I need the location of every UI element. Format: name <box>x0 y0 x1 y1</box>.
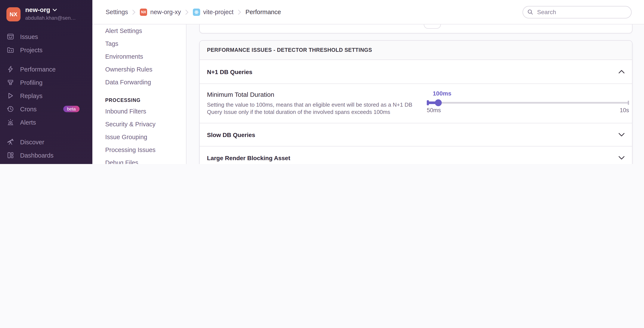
settings-nav-item-tags[interactable]: Tags <box>92 37 186 50</box>
slider-thumb[interactable] <box>435 99 442 106</box>
setting-label: Minimum Total Duration <box>207 91 423 98</box>
primary-sidebar: NX new-org abdullah.khan@sen… Issues Pro… <box>0 0 92 164</box>
n1-db-queries-settings: Minimum Total Duration Setting the value… <box>200 84 632 123</box>
settings-nav-item-inbound-filters[interactable]: Inbound Filters <box>92 105 186 118</box>
sidebar-item-alerts[interactable]: Alerts <box>0 116 92 129</box>
settings-nav-item-debug-files[interactable]: Debug Files <box>92 156 186 164</box>
sidebar-item-label: Performance <box>20 66 56 73</box>
settings-nav-item-ownership-rules[interactable]: Ownership Rules <box>92 63 186 76</box>
sidebar-item-crons[interactable]: Crons beta <box>0 102 92 116</box>
sidebar-item-profiling[interactable]: Profiling <box>0 76 92 89</box>
org-email: abdullah.khan@sen… <box>25 15 76 21</box>
issues-icon <box>7 33 14 40</box>
chevron-down-icon <box>618 133 625 137</box>
duration-slider: 100ms 50ms 10s <box>427 84 629 123</box>
accordion-title: Large Render Blocking Asset <box>207 154 290 161</box>
breadcrumb-current: Performance <box>246 9 281 16</box>
slider-start-cap <box>427 100 429 105</box>
settings-nav-item-processing-issues[interactable]: Processing Issues <box>92 143 186 156</box>
search-input[interactable] <box>536 8 627 16</box>
chevron-right-icon <box>185 9 188 15</box>
org-avatar: NX <box>6 7 20 22</box>
accordion-row-slow-db-queries[interactable]: Slow DB Queries <box>200 123 632 146</box>
beta-badge: beta <box>63 106 80 112</box>
sidebar-item-label: Crons <box>20 106 36 112</box>
settings-nav-item-alert-settings[interactable]: Alert Settings <box>92 24 186 37</box>
settings-nav-header-processing: PROCESSING <box>92 95 186 105</box>
sidebar-item-label: Profiling <box>20 79 42 86</box>
sidebar-item-replays[interactable]: Replays <box>0 89 92 102</box>
breadcrumb-settings[interactable]: Settings <box>106 9 128 16</box>
chevron-right-icon <box>132 9 136 15</box>
sidebar-item-label: Dashboards <box>20 152 54 159</box>
panel-header: PERFORMANCE ISSUES - DETECTOR THRESHOLD … <box>200 41 632 60</box>
search-icon <box>527 9 533 15</box>
chevron-down-icon <box>618 156 625 160</box>
settings-nav: Alert Settings Tags Environments Ownersh… <box>92 24 186 164</box>
sidebar-group-explore: Discover Dashboards Releases User Feedba… <box>0 135 92 164</box>
sidebar-item-label: Replays <box>20 92 42 99</box>
breadcrumb-project-label: vite-project <box>203 9 234 16</box>
settings-nav-item-security-privacy[interactable]: Security & Privacy <box>92 118 186 131</box>
org-switcher[interactable]: NX new-org abdullah.khan@sen… <box>0 0 92 22</box>
sidebar-item-discover[interactable]: Discover <box>0 135 92 148</box>
alerts-icon <box>7 119 14 126</box>
chevron-up-icon <box>618 70 625 74</box>
slider-max-label: 10s <box>620 107 629 113</box>
sidebar-group-main: Issues Projects <box>0 30 92 57</box>
slider-value: 100ms <box>433 90 451 97</box>
accordion-title: N+1 DB Queries <box>207 68 252 75</box>
breadcrumb-project[interactable]: vite-project <box>193 8 234 16</box>
search-box[interactable] <box>522 6 632 18</box>
settings-nav-item-data-forwarding[interactable]: Data Forwarding <box>92 76 186 89</box>
sidebar-item-performance[interactable]: Performance <box>0 63 92 76</box>
profiling-icon <box>7 79 14 86</box>
scrolled-panel-partial <box>199 24 632 33</box>
projects-icon <box>7 46 14 54</box>
sidebar-item-issues[interactable]: Issues <box>0 30 92 43</box>
performance-icon <box>7 66 14 73</box>
sidebar-group-monitoring: Performance Profiling Replays Crons beta… <box>0 63 92 129</box>
accordion-row-n1-db-queries[interactable]: N+1 DB Queries <box>200 60 632 84</box>
dashboards-icon <box>7 151 14 159</box>
slider-min-label: 50ms <box>427 107 441 113</box>
breadcrumb-bar: Settings NX new-org-xy vite-project <box>92 0 644 24</box>
panel-collapse-notch[interactable] <box>424 24 441 29</box>
org-badge: NX <box>140 8 147 16</box>
accordion-title: Slow DB Queries <box>207 131 255 138</box>
settings-nav-item-environments[interactable]: Environments <box>92 50 186 63</box>
sidebar-item-label: Issues <box>20 33 38 40</box>
sidebar-item-dashboards[interactable]: Dashboards <box>0 148 92 162</box>
chevron-down-icon <box>53 9 57 12</box>
sidebar-item-projects[interactable]: Projects <box>0 43 92 57</box>
sidebar-item-label: Discover <box>20 138 44 145</box>
slider-end-cap <box>628 101 629 105</box>
breadcrumb-org-label: new-org-xy <box>150 9 181 16</box>
slider-track[interactable] <box>427 102 629 104</box>
chevron-right-icon <box>238 9 241 15</box>
crons-icon <box>7 105 14 113</box>
org-name: new-org <box>25 6 50 14</box>
project-platform-icon <box>193 8 200 16</box>
discover-icon <box>7 138 14 145</box>
sidebar-item-releases[interactable]: Releases <box>0 162 92 164</box>
breadcrumb-org[interactable]: NX new-org-xy <box>140 8 181 16</box>
replays-icon <box>7 92 14 99</box>
sidebar-item-label: Alerts <box>20 119 36 126</box>
settings-nav-item-issue-grouping[interactable]: Issue Grouping <box>92 131 186 143</box>
setting-description: Setting the value to 100ms, means that a… <box>207 101 423 116</box>
detector-threshold-panel: PERFORMANCE ISSUES - DETECTOR THRESHOLD … <box>199 40 632 164</box>
accordion-row-large-render-blocking-asset[interactable]: Large Render Blocking Asset <box>200 146 632 164</box>
sidebar-item-label: Projects <box>20 47 42 53</box>
app-root: NX new-org abdullah.khan@sen… Issues Pro… <box>0 0 644 164</box>
